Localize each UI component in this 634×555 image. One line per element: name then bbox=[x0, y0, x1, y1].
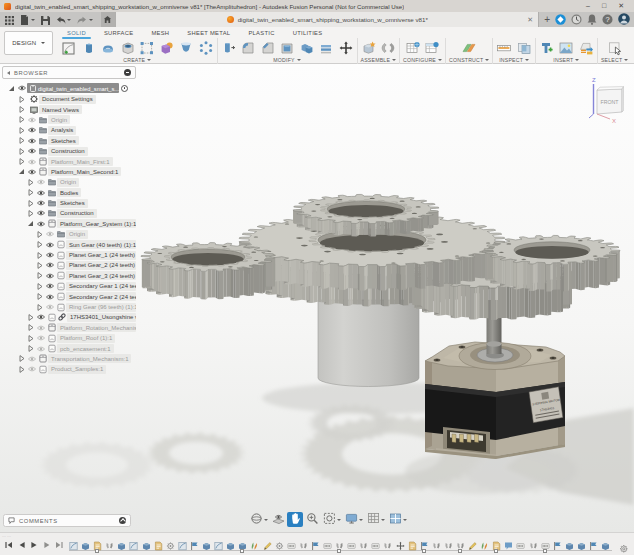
loft-button[interactable] bbox=[178, 39, 194, 56]
expand-collapse-icon[interactable] bbox=[26, 324, 35, 331]
expand-collapse-icon[interactable] bbox=[26, 345, 35, 352]
timeline-feature-claw[interactable] bbox=[359, 537, 368, 547]
display-settings-tool[interactable] bbox=[343, 512, 364, 527]
visibility-eye-icon[interactable] bbox=[26, 117, 37, 123]
expand-collapse-icon[interactable] bbox=[17, 355, 26, 362]
expand-collapse-icon[interactable] bbox=[26, 210, 35, 217]
zoom-tool[interactable] bbox=[304, 512, 320, 527]
grid-snaps-tool[interactable] bbox=[365, 512, 386, 527]
expand-collapse-icon[interactable] bbox=[17, 127, 26, 134]
browser-node[interactable]: Platform_Main_First:1 bbox=[2, 156, 136, 166]
ribbon-group-label[interactable]: CONFIGURE bbox=[403, 57, 442, 63]
user-avatar[interactable] bbox=[618, 11, 630, 29]
visibility-eye-icon[interactable] bbox=[44, 273, 55, 279]
tab-close-icon[interactable]: ✕ bbox=[527, 15, 533, 24]
visibility-eye-icon[interactable] bbox=[35, 190, 46, 196]
home-button[interactable] bbox=[101, 12, 116, 27]
configuration-table-button[interactable] bbox=[405, 39, 421, 56]
primitives-button[interactable] bbox=[159, 39, 175, 56]
insert-derive-button[interactable] bbox=[539, 39, 555, 56]
timeline-feature-claw[interactable] bbox=[105, 537, 114, 547]
measure-button[interactable] bbox=[496, 39, 512, 56]
expand-collapse-icon[interactable] bbox=[26, 189, 35, 196]
visibility-eye-icon[interactable] bbox=[26, 127, 37, 133]
fillet-button[interactable] bbox=[240, 39, 256, 56]
timeline-options-gear-icon[interactable] bbox=[619, 539, 628, 555]
timeline-feature-pencil[interactable] bbox=[263, 537, 272, 547]
document-tab[interactable]: digital_twin_enabled_smart_shipping_work… bbox=[115, 12, 539, 27]
visibility-eye-icon[interactable] bbox=[16, 85, 27, 91]
browser-root-node[interactable]: digital_twin_enabled_smart_s... bbox=[2, 82, 136, 94]
timeline-grip[interactable]: ⋯⋯ bbox=[2, 534, 12, 539]
expand-collapse-icon[interactable] bbox=[26, 200, 35, 207]
visibility-eye-icon[interactable] bbox=[44, 294, 55, 300]
visibility-eye-icon[interactable] bbox=[44, 283, 55, 289]
expand-collapse-icon[interactable] bbox=[17, 168, 26, 175]
timeline-feature-num[interactable] bbox=[287, 537, 296, 547]
construct-plane-button[interactable] bbox=[461, 39, 477, 56]
ribbon-group-label[interactable]: INSPECT bbox=[499, 57, 529, 63]
ribbon-group-label[interactable]: CREATE bbox=[123, 57, 151, 63]
visibility-eye-icon[interactable] bbox=[35, 314, 46, 320]
timeline-feature-move[interactable] bbox=[396, 537, 405, 547]
timeline-step-back-button[interactable] bbox=[18, 535, 26, 553]
save-button[interactable] bbox=[39, 12, 52, 27]
visibility-eye-icon[interactable] bbox=[35, 210, 46, 216]
timeline-feature-flag[interactable] bbox=[311, 537, 320, 547]
timeline-feature-claw[interactable] bbox=[456, 537, 465, 547]
timeline-feature-sketch[interactable] bbox=[129, 537, 138, 547]
timeline-feature-sketch[interactable] bbox=[214, 537, 223, 547]
expand-collapse-icon[interactable] bbox=[17, 148, 26, 155]
browser-node[interactable]: Platform_Roof (1):1 bbox=[2, 333, 136, 343]
expand-collapse-icon[interactable] bbox=[35, 304, 44, 311]
browser-node-label[interactable]: Platform_Roof (1):1 bbox=[57, 334, 115, 343]
workspace-tab-sheet-metal[interactable]: SHEET METAL bbox=[178, 27, 239, 38]
browser-node[interactable]: Sun Gear (40 teeth) (1):1 bbox=[2, 239, 136, 249]
browser-node-label[interactable]: Origin bbox=[66, 230, 88, 239]
timeline-feature-flag[interactable] bbox=[589, 537, 598, 547]
expand-collapse-icon[interactable] bbox=[26, 220, 35, 227]
timeline-feature-claw[interactable] bbox=[529, 537, 538, 547]
create-sketch-button[interactable] bbox=[61, 39, 77, 56]
browser-node[interactable]: Sketches bbox=[2, 198, 136, 208]
display-settings-icon[interactable] bbox=[124, 69, 131, 76]
redo-button[interactable] bbox=[75, 12, 95, 27]
visibility-eye-icon[interactable] bbox=[26, 366, 37, 372]
browser-node-label[interactable]: Planet Gear_1 (24 teeth) (... bbox=[66, 251, 136, 260]
timeline-feature-num[interactable] bbox=[347, 537, 356, 547]
workspace-tab-utilities[interactable]: UTILITIES bbox=[284, 27, 332, 38]
timeline-feature-cube[interactable] bbox=[226, 537, 235, 547]
press-pull-button[interactable] bbox=[221, 39, 237, 56]
timeline-feature-flag[interactable] bbox=[553, 537, 562, 547]
visibility-eye-icon[interactable] bbox=[44, 242, 55, 248]
timeline-feature-claw[interactable] bbox=[335, 537, 344, 547]
timeline-feature-gearo[interactable] bbox=[166, 537, 175, 547]
timeline-feature-cube[interactable] bbox=[202, 537, 211, 547]
timeline-feature-doc[interactable] bbox=[492, 537, 501, 547]
browser-node-label[interactable]: Secondary Gear 1 (24 teet... bbox=[66, 282, 136, 291]
expand-collapse-icon[interactable] bbox=[26, 335, 35, 342]
browser-node[interactable]: Construction bbox=[2, 146, 136, 156]
expand-collapse-icon[interactable] bbox=[6, 85, 16, 92]
browser-node-label[interactable]: Planet Gear_3 (24 teeth) (... bbox=[66, 271, 136, 280]
expand-collapse-icon[interactable] bbox=[35, 262, 44, 269]
pan-tool[interactable] bbox=[287, 512, 303, 527]
timeline-feature-bubble[interactable] bbox=[504, 537, 513, 547]
timeline-feature-cube[interactable] bbox=[601, 537, 610, 547]
new-component-button[interactable] bbox=[361, 39, 377, 56]
workspace-switcher[interactable]: DESIGN bbox=[4, 31, 53, 55]
visibility-eye-icon[interactable] bbox=[26, 159, 37, 165]
comments-expand-icon[interactable] bbox=[119, 517, 127, 525]
apps-grid-button[interactable] bbox=[3, 12, 16, 27]
browser-node[interactable]: Origin bbox=[2, 229, 136, 239]
browser-node-label[interactable]: Construction bbox=[48, 147, 88, 156]
browser-node-label[interactable]: Transportation_Mechanism:1 bbox=[48, 354, 131, 363]
browser-node[interactable]: Origin bbox=[2, 115, 136, 125]
split-body-button[interactable] bbox=[318, 39, 334, 56]
insert-configuration-button[interactable] bbox=[424, 39, 440, 56]
expand-collapse-icon[interactable] bbox=[35, 283, 44, 290]
browser-node-label[interactable]: Document Settings bbox=[39, 95, 96, 104]
browser-node-label[interactable]: Platform_Gear_System (1):1 bbox=[57, 219, 136, 228]
revolve-button[interactable] bbox=[100, 39, 116, 56]
timeline-feature-doc[interactable] bbox=[154, 537, 163, 547]
